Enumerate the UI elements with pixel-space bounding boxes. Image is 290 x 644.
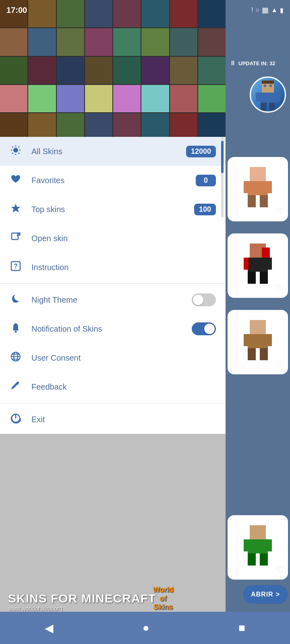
sidebar-item-night-theme[interactable]: Night Theme: [0, 285, 226, 314]
svg-rect-4: [261, 93, 275, 103]
sidebar-item-exit[interactable]: Exit: [0, 405, 226, 434]
svg-rect-9: [250, 167, 266, 181]
right-panel: ⏸ UPDATE IN: 32: [226, 0, 290, 644]
svg-rect-11: [244, 181, 249, 193]
sun-icon: [10, 145, 22, 158]
update-bar: ⏸ UPDATE IN: 32: [226, 56, 290, 70]
svg-rect-30: [244, 539, 249, 551]
recents-icon: ■: [238, 621, 245, 634]
notification-skins-toggle[interactable]: [192, 322, 216, 335]
sidebar-item-instruction[interactable]: ? Instruction: [0, 253, 226, 282]
svg-rect-3: [262, 80, 274, 84]
home-button[interactable]: ●: [130, 617, 162, 638]
night-theme-knob: [193, 295, 203, 305]
heart-icon-4[interactable]: ♡: [276, 565, 284, 576]
svg-rect-25: [267, 334, 272, 346]
svg-point-34: [13, 148, 18, 153]
svg-rect-32: [248, 553, 256, 566]
svg-rect-27: [260, 348, 268, 360]
svg-rect-14: [260, 195, 268, 207]
svg-point-49: [15, 331, 17, 333]
favorites-badge: 0: [196, 175, 216, 186]
sidebar-item-top-skins[interactable]: Top skins 100: [0, 195, 226, 224]
heart-menu-icon: [10, 174, 22, 187]
svg-rect-23: [248, 334, 268, 348]
svg-rect-44: [12, 233, 18, 239]
moon-icon: [10, 293, 22, 306]
star-icon: [10, 203, 22, 216]
svg-rect-22: [250, 320, 266, 334]
pencil-icon: [10, 380, 22, 393]
skin-thumbnail-1[interactable]: ♡: [228, 157, 288, 221]
wos-badge: WorldofSkins: [153, 586, 174, 612]
svg-rect-24: [244, 334, 249, 346]
divider-1: [0, 283, 226, 284]
svg-rect-18: [267, 258, 272, 270]
svg-rect-6: [275, 93, 280, 101]
heart-icon-2[interactable]: ♡: [276, 283, 284, 294]
globe-icon: [10, 351, 22, 364]
svg-rect-8: [269, 103, 275, 111]
power-icon: [10, 413, 22, 426]
abrir-label: ABRIR: [251, 591, 273, 598]
avatar[interactable]: [250, 76, 286, 113]
back-button[interactable]: ◀: [33, 617, 66, 639]
sidebar-item-notification-skins[interactable]: Notification of Skins: [0, 314, 226, 343]
recents-button[interactable]: ■: [226, 617, 257, 638]
svg-rect-21: [262, 248, 270, 258]
heart-icon-1[interactable]: ♡: [276, 207, 284, 217]
svg-rect-29: [248, 539, 268, 553]
top-skins-label: Top skins: [31, 205, 184, 214]
svg-marker-43: [11, 204, 21, 213]
svg-line-41: [19, 147, 19, 147]
sidebar-item-feedback[interactable]: Feedback: [0, 372, 226, 401]
svg-rect-17: [244, 258, 249, 270]
feedback-label: Feedback: [31, 382, 216, 392]
cast-icon: ▦: [262, 6, 269, 14]
svg-text:?: ?: [14, 263, 18, 270]
circle-icon: ○: [255, 6, 259, 14]
svg-rect-26: [248, 348, 256, 360]
svg-line-40: [19, 153, 19, 154]
skin-preview-3: [242, 318, 274, 366]
svg-line-39: [12, 147, 13, 147]
skin-preview-4: [242, 523, 274, 572]
sidebar-item-user-consent[interactable]: User Consent: [0, 343, 226, 372]
favorites-label: Favorites: [31, 176, 186, 185]
skin-thumbnail-2[interactable]: ♡: [228, 233, 288, 298]
svg-rect-7: [261, 103, 267, 111]
svg-rect-31: [267, 539, 272, 551]
open-skin-label: Open skin: [31, 234, 216, 243]
night-theme-label: Night Theme: [31, 295, 182, 305]
top-skins-badge: 100: [194, 204, 216, 215]
all-skins-label: All Skins: [31, 147, 176, 156]
svg-rect-28: [250, 525, 266, 539]
status-bar: 17:00 ! ○ ▦ ▲ ▮: [0, 0, 290, 20]
back-icon: ◀: [45, 622, 54, 634]
abrir-button[interactable]: ABRIR >: [243, 585, 288, 604]
skin-preview-2: [242, 242, 274, 290]
status-time: 17:00: [6, 6, 27, 15]
bell-icon: [10, 322, 22, 335]
external-link-icon: [10, 232, 22, 245]
svg-rect-5: [256, 93, 261, 101]
drawer-scrollbar-thumb: [221, 141, 224, 173]
skin-thumbnail-4[interactable]: ♡: [228, 515, 288, 580]
sidebar-item-open-skin[interactable]: Open skin: [0, 224, 226, 253]
bottom-navigation: ◀ ● ■: [0, 612, 290, 644]
svg-rect-19: [248, 272, 256, 284]
sidebar-item-favorites[interactable]: Favorites 0: [0, 166, 226, 195]
svg-rect-20: [260, 272, 268, 284]
sidebar-item-all-skins[interactable]: All Skins 12000: [0, 137, 226, 166]
app-title-area: SKINS FOR MINECRAFT www.worldofskins.org: [8, 592, 156, 612]
night-theme-toggle[interactable]: [192, 293, 216, 306]
skin-thumbnail-3[interactable]: ♡: [228, 310, 288, 374]
heart-icon-3[interactable]: ♡: [276, 360, 284, 370]
drawer-scrollbar[interactable]: [221, 137, 224, 217]
update-text: UPDATE IN: 32: [238, 60, 276, 66]
notification-dot-icon: !: [251, 6, 253, 14]
svg-rect-13: [248, 195, 256, 207]
pause-icon: ⏸: [230, 60, 236, 67]
svg-rect-2: [269, 85, 272, 87]
skin-preview-1: [242, 165, 274, 213]
